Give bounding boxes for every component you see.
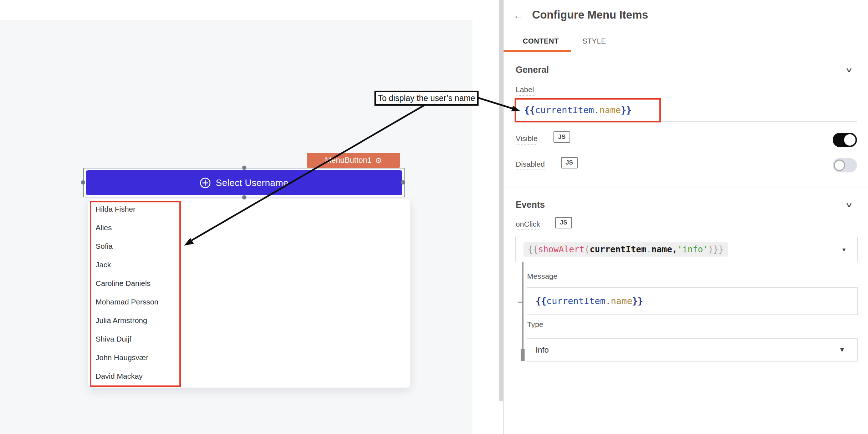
menu-list-item[interactable]: Hilda Fisher — [96, 200, 403, 218]
menu-list-item[interactable]: Shiva Duijf — [96, 330, 403, 348]
chevron-down-icon[interactable]: ∨ — [845, 66, 853, 74]
caret-down-icon: ▼ — [839, 346, 845, 354]
onclick-action-select[interactable]: {{showAlert(currentItem.name,'info')}} ▼ — [515, 237, 858, 262]
back-arrow-icon[interactable]: ← — [513, 9, 524, 22]
menu-list-item[interactable]: Mohamad Persson — [96, 293, 403, 311]
widget-name-tag[interactable]: MenuButton1 ⚙ — [307, 153, 400, 168]
onclick-js-badge[interactable]: JS — [555, 217, 572, 228]
panel-scrollbar[interactable] — [499, 0, 503, 401]
tab-style[interactable]: STYLE — [582, 37, 606, 45]
menu-list-item[interactable]: David Mackay — [96, 367, 403, 385]
nested-indent-bar — [522, 262, 524, 361]
toggle-knob — [844, 134, 856, 146]
resize-handle-top[interactable] — [242, 166, 246, 170]
chevron-down-icon[interactable]: ∨ — [845, 201, 853, 209]
toggle-knob — [834, 160, 845, 171]
section-heading-general: General — [516, 65, 549, 75]
menu-list-item[interactable]: Julia Armstrong — [96, 311, 403, 330]
caret-down-icon: ▼ — [841, 247, 847, 253]
type-selected-value: Info — [536, 345, 549, 355]
message-input[interactable]: {{currentItem.name}} — [527, 287, 858, 315]
visible-js-badge[interactable]: JS — [553, 131, 570, 143]
resize-handle-right[interactable] — [401, 180, 405, 185]
menu-list-item[interactable]: Alies — [96, 218, 403, 237]
message-field-label: Message — [527, 272, 557, 281]
resize-handle-bottom[interactable] — [242, 195, 246, 200]
disabled-js-badge[interactable]: JS — [561, 157, 578, 168]
select-username-button[interactable]: Select Username — [86, 170, 402, 195]
nested-indent-thumb[interactable] — [521, 349, 525, 361]
label-field-label: Label — [516, 85, 534, 94]
resize-handle-left[interactable] — [81, 180, 85, 185]
plus-circle-icon — [200, 177, 211, 188]
section-heading-events: Events — [516, 200, 545, 210]
menu-list-item[interactable]: Sofia — [96, 237, 403, 256]
panel-left-border — [503, 0, 504, 434]
type-field-label: Type — [527, 320, 543, 329]
nested-indent-tick — [518, 302, 522, 303]
active-tab-underline — [504, 50, 571, 52]
menu-list-item[interactable]: John Haugsvær — [96, 348, 403, 367]
panel-title: Configure Menu Items — [532, 9, 648, 21]
menu-list-item[interactable]: Caroline Daniels — [96, 274, 403, 293]
menu-list-item[interactable]: Jack — [96, 256, 403, 274]
menu-dropdown-panel: Hilda Fisher Alies Sofia Jack Caroline D… — [88, 199, 410, 388]
annotation-text: To display the user’s name — [378, 94, 475, 103]
visible-field-label: Visible — [516, 134, 537, 143]
onclick-field-label: onClick — [516, 220, 540, 228]
section-divider — [504, 187, 868, 187]
arrow-to-label-shaft — [478, 98, 512, 108]
label-binding-code: {{currentItem.name}} — [516, 99, 857, 121]
visible-toggle[interactable] — [833, 133, 857, 147]
message-binding-code: {{currentItem.name}} — [527, 288, 857, 314]
onclick-binding-code: {{showAlert(currentItem.name,'info')}} — [524, 242, 728, 257]
label-input[interactable]: {{currentItem.name}} — [515, 99, 857, 122]
button-label: Select Username — [216, 177, 289, 188]
tab-content[interactable]: CONTENT — [523, 37, 559, 45]
menu-item-list: Hilda Fisher Alies Sofia Jack Caroline D… — [96, 200, 403, 385]
type-select[interactable]: Info ▼ — [527, 338, 858, 362]
disabled-toggle[interactable] — [833, 158, 857, 172]
widget-name-label: MenuButton1 — [325, 156, 372, 165]
annotation-callout: To display the user’s name — [374, 91, 479, 106]
disabled-field-label: Disabled — [516, 160, 545, 168]
gear-icon[interactable]: ⚙ — [375, 157, 382, 164]
